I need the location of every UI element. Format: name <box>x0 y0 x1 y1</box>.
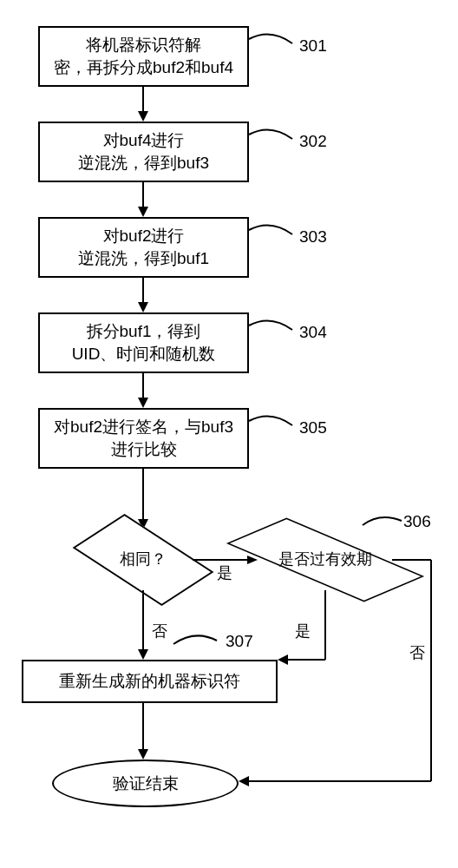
step-302: 对buf4进行 逆混洗，得到buf3 <box>38 122 249 182</box>
step-302-line2: 逆混洗，得到buf3 <box>78 152 209 174</box>
arrow-expired-no <box>392 556 444 799</box>
label-302: 302 <box>299 132 327 151</box>
svg-marker-22 <box>138 749 148 760</box>
step-307: 重新生成新的机器标识符 <box>22 660 278 703</box>
step-307-text: 重新生成新的机器标识符 <box>59 670 240 693</box>
callout-304 <box>249 321 301 339</box>
step-305: 对buf2进行签名，与buf3 进行比较 <box>38 408 249 469</box>
callout-301 <box>249 35 301 52</box>
terminal-end: 验证结束 <box>52 760 239 807</box>
label-301: 301 <box>299 36 327 56</box>
svg-marker-16 <box>278 654 288 665</box>
terminal-end-label: 验证结束 <box>113 773 179 795</box>
step-305-line1: 对buf2进行签名，与buf3 <box>54 416 233 438</box>
arrow-303-304 <box>138 278 155 312</box>
decision-expired: 是否过有效期 <box>256 529 395 590</box>
arrow-304-305 <box>138 373 155 408</box>
label-306: 306 <box>403 512 431 531</box>
callout-302 <box>249 130 301 148</box>
step-303: 对buf2进行 逆混洗，得到buf1 <box>38 217 249 278</box>
callout-303 <box>249 226 301 243</box>
svg-marker-13 <box>138 649 148 660</box>
label-304: 304 <box>299 323 327 342</box>
step-303-line2: 逆混洗，得到buf1 <box>78 247 209 270</box>
decision-same: 相同？ <box>91 529 195 590</box>
svg-marker-7 <box>138 398 148 408</box>
svg-marker-5 <box>138 302 148 312</box>
svg-marker-20 <box>239 776 249 786</box>
label-same-no: 否 <box>152 621 167 641</box>
step-302-line1: 对buf4进行 <box>103 129 185 152</box>
arrow-305-same <box>138 469 155 529</box>
step-303-line1: 对buf2进行 <box>103 225 185 247</box>
step-301-line2: 密，再拆分成buf2和buf4 <box>54 56 233 79</box>
label-same-yes: 是 <box>217 562 232 583</box>
callout-305 <box>249 417 301 434</box>
label-307: 307 <box>226 632 253 651</box>
step-304: 拆分buf1，得到 UID、时间和随机数 <box>38 312 249 373</box>
arrow-302-303 <box>138 182 155 217</box>
label-305: 305 <box>299 418 327 437</box>
svg-marker-1 <box>138 111 148 122</box>
callout-307 <box>173 634 226 651</box>
decision-same-label: 相同？ <box>120 551 167 569</box>
svg-marker-3 <box>138 207 148 217</box>
step-304-line1: 拆分buf1，得到 <box>87 320 201 343</box>
arrow-301-302 <box>138 87 155 122</box>
label-303: 303 <box>299 227 327 247</box>
step-305-line2: 进行比较 <box>111 438 177 461</box>
step-304-line2: UID、时间和随机数 <box>72 343 216 365</box>
label-expired-no: 否 <box>409 642 425 663</box>
label-expired-yes: 是 <box>295 621 311 641</box>
step-301: 将机器标识符解 密，再拆分成buf2和buf4 <box>38 26 249 87</box>
decision-expired-label: 是否过有效期 <box>278 551 372 569</box>
arrow-307-end <box>138 703 155 760</box>
step-301-line1: 将机器标识符解 <box>86 34 201 56</box>
